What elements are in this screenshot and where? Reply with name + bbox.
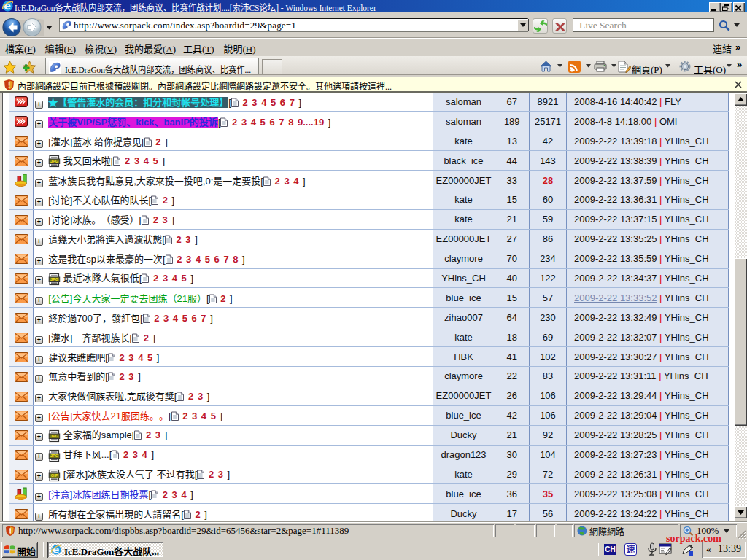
svg-text:JPG: JPG xyxy=(50,159,58,163)
svg-text:GIF: GIF xyxy=(51,473,58,478)
svg-text:JPG: JPG xyxy=(50,454,58,458)
svg-text:JPG: JPG xyxy=(50,434,58,438)
svg-text:JPG: JPG xyxy=(50,277,58,281)
